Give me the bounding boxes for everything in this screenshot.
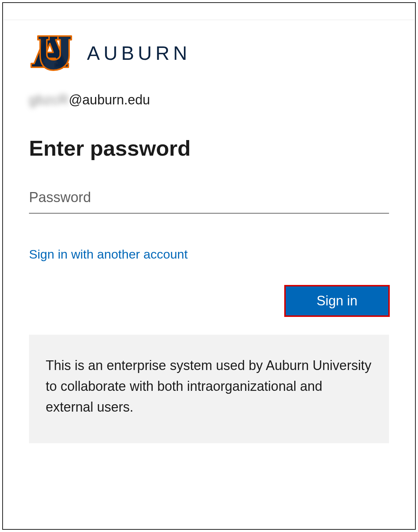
- top-divider: [4, 20, 414, 20]
- password-input[interactable]: [29, 186, 389, 214]
- disclaimer-text: This is an enterprise system used by Aub…: [29, 335, 389, 443]
- account-username-obscured: gbzcR: [29, 92, 69, 108]
- auburn-logo-icon: [29, 35, 74, 72]
- login-dialog: AUBURN gbzcR@auburn.edu Enter password S…: [2, 2, 416, 530]
- sign-in-button[interactable]: Sign in: [285, 286, 389, 316]
- auburn-wordmark: AUBURN: [87, 42, 191, 64]
- account-email: gbzcR@auburn.edu: [29, 92, 389, 108]
- page-title: Enter password: [29, 136, 389, 160]
- logo-row: AUBURN: [29, 35, 389, 72]
- sign-in-another-account-link[interactable]: Sign in with another account: [29, 247, 188, 262]
- account-domain: @auburn.edu: [69, 92, 150, 107]
- content-area: AUBURN gbzcR@auburn.edu Enter password S…: [3, 3, 415, 466]
- button-row: Sign in: [29, 286, 389, 316]
